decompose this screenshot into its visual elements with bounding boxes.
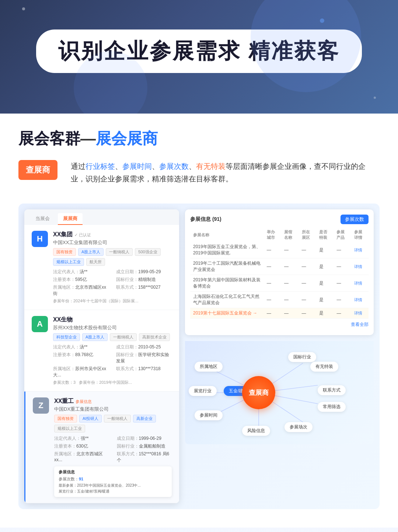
tag-state-owned: 国有独资: [53, 248, 76, 256]
field-ind-3: 国标行业：金属船舶制造: [117, 443, 172, 449]
row1-special: 是: [316, 242, 334, 258]
row3-city: —: [264, 275, 281, 292]
row3-hall: —: [281, 275, 298, 292]
participation-info-box: 参展信息 参展次数：91 最新参展：2023年中国国际五金展览会、2023中..…: [54, 466, 172, 497]
col-detail: 参展详情: [351, 228, 369, 242]
diagram-area: 查展商 所属地区 展览行业 五金/建材/泵阀/暖通 参展时间 国标行业 有无特装…: [185, 341, 374, 444]
node-national-ind: 国标行业: [288, 352, 316, 362]
row2-detail-link[interactable]: 详情: [354, 264, 362, 269]
table-row-3: 2019年第六届中国国际装材料及装备博览会 — — — 是 — 详情: [190, 275, 369, 292]
field-area-3: 所属地区：北京市西城区xx...: [54, 451, 109, 463]
section1-desc-row: 查展商 通过行业标签、参展时间、参展次数、有无特装等层面清晰参展企业画像，查不同…: [18, 160, 380, 196]
table-more-row: 查看全部: [190, 319, 369, 330]
tag-a-stock: A股上市人: [78, 248, 104, 256]
tag-500: 500强企业: [135, 248, 160, 256]
company-tags-1: 国有独资 A股上市人 一般纳税人 500强企业 规模以上工业 航天所: [53, 248, 172, 266]
participation-table-panel: 参展信息 (91) 参展次数 参展名称 举办城市 展馆名称 所在展区 是否特装 …: [185, 209, 374, 335]
row1-name: 2019年国际五金工业展览会，第、2019中国国际展览.: [190, 242, 264, 258]
row3-product: —: [334, 275, 351, 292]
company-sub-2: 苏州XX生物技术股份有限公司: [53, 324, 172, 331]
field-contact-3: 联系方式：152***0816 局6个: [117, 451, 172, 463]
field-cap-2: 注册资本：89.768亿: [53, 352, 109, 364]
row3-detail-link[interactable]: 详情: [354, 281, 362, 285]
row5-special: 是: [316, 308, 334, 319]
section1-header: 展会客群 — 展会展商: [18, 128, 380, 149]
highlight-time: 参展时间: [122, 162, 152, 170]
col-product: 参展产品: [334, 228, 351, 242]
tag-tech: 科技型企业: [53, 333, 80, 341]
row5-detail-link[interactable]: 详情: [354, 311, 362, 315]
row2-product: —: [334, 258, 351, 275]
tag3-high: 高新企业: [133, 415, 156, 423]
field-rep-2: 法定代表人：汤**: [53, 344, 109, 350]
node-special-flag: 有无特装: [310, 362, 338, 372]
company-sub-3: 中国DX重工集团有限公司: [54, 406, 172, 413]
avatar-h1: H: [32, 231, 48, 247]
table-row-4: 上海国际石油化工化工化工气天然气产品展览会 — — — 是 — 详情: [190, 292, 369, 308]
participation-info-title: 参展信息: [59, 469, 167, 475]
row3-name: 2019年第六届中国国际装材料及装备博览会: [190, 275, 264, 292]
company-badge-3: 参展信息: [76, 399, 92, 404]
center-query-node[interactable]: 查展商: [242, 376, 275, 409]
query-exhibitor-btn[interactable]: 查展商: [18, 160, 57, 180]
row2-special: 是: [316, 258, 334, 275]
col-hall: 展馆名称: [281, 228, 298, 242]
company-tags-3: 国有独资 AI投研人 一般纳税人 高新企业 规模以上工业: [54, 415, 172, 432]
row4-name: 上海国际石油化工化工化工气天然气产品展览会: [190, 292, 264, 308]
tag-scale: 规模以上工业: [53, 258, 84, 266]
row2-city: —: [264, 258, 281, 275]
row1-zone: —: [299, 242, 316, 258]
company-badge-1: ✓ 已认证: [74, 233, 91, 237]
tag3-ai: AI投研人: [79, 415, 102, 423]
row1-detail-link[interactable]: 详情: [354, 248, 362, 252]
company-fields-3: 法定代表人：强** 成立日期：1999-06-29 注册资本：630亿 国标行业…: [54, 435, 172, 463]
col-special: 是否特装: [316, 228, 334, 242]
company-list-panel: 当展会 展展商 H XX集团 ✓ 已认证 中国XX工业集团有限公司 国有独资 A…: [24, 209, 179, 503]
field-contact-2: 联系方式：130***7318: [116, 366, 172, 378]
node-filter: 常用筛选: [318, 402, 346, 412]
node-time: 参展时间: [195, 410, 223, 420]
company-name-2: XX生物: [53, 316, 172, 324]
participation-table: 参展名称 举办城市 展馆名称 所在展区 是否特装 参展产品 参展详情: [190, 228, 369, 319]
count-badge: 参展次数: [341, 215, 369, 224]
row2-zone: —: [299, 258, 316, 275]
row4-special: 是: [316, 292, 334, 308]
col-name: 参展名称: [190, 228, 264, 242]
row4-detail-link[interactable]: 详情: [354, 298, 362, 302]
field-ind-label-1: 国标行业：精细制造: [116, 277, 172, 283]
tab-exhibition[interactable]: 当展会: [30, 213, 55, 225]
company-item-3: Z XX重工 参展信息 中国DX重工集团有限公司 国有独资 AI投研人 一般纳税…: [24, 392, 179, 503]
company-sub-1: 中国XX工业集团有限公司: [53, 239, 172, 246]
tabs-row: 当展会 展展商: [24, 209, 179, 225]
node-contact: 联系方式: [318, 385, 346, 395]
node-exhibit-ind: 展览行业: [189, 386, 217, 396]
row4-city: —: [264, 292, 281, 308]
field-area-2: 所属地区：苏州市吴中区xx大...: [53, 366, 109, 378]
avatar-a: A: [32, 316, 48, 332]
tag3-ind: 规模以上工业: [54, 425, 85, 432]
row4-zone: —: [299, 292, 316, 308]
tab-exhibitor[interactable]: 展展商: [58, 213, 83, 225]
row2-hall: —: [281, 258, 298, 275]
highlight-count: 参展次数: [159, 162, 189, 170]
table-row-2: 2019年二十工国际汽配装备机械电产业展览会 — — — 是 — 详情: [190, 258, 369, 275]
company-fields-1: 法定代表人：汤** 成立日期：1999-05-29 注册资本：595亿 国标行业…: [53, 269, 172, 297]
company-name-3: XX重工 参展信息: [54, 397, 172, 405]
participation-recent-row: 最新参展：2023年中国国际五金展览会、2023中...: [59, 483, 167, 488]
deco-dot-2: [320, 18, 324, 23]
company-info-1: XX集团 ✓ 已认证 中国XX工业集团有限公司 国有独资 A股上市人 一般纳税人…: [53, 231, 172, 304]
section1: 展会客群 — 展会展商 查展商 通过行业标签、参展时间、参展次数、有无特装等层面…: [0, 114, 398, 528]
highlight-industry-tag: 行业标签: [85, 162, 115, 170]
row1-city: —: [264, 242, 281, 258]
field-rep-label-1: 法定代表人：汤**: [53, 269, 109, 275]
company-info-3: XX重工 参展信息 中国DX重工集团有限公司 国有独资 AI投研人 一般纳税人 …: [54, 397, 172, 497]
company-item-1: H XX集团 ✓ 已认证 中国XX工业集团有限公司 国有独资 A股上市人 一般纳…: [24, 225, 179, 310]
field-date-2: 成立日期：2010-05-25: [116, 344, 172, 350]
row5-hall: —: [281, 308, 298, 319]
right-area: 参展信息 (91) 参展次数 参展名称 举办城市 展馆名称 所在展区 是否特装 …: [185, 209, 374, 444]
participation-industry-row: 展览行业：五金/建材/泵阀/暖通: [59, 489, 167, 494]
row1-hall: —: [281, 242, 298, 258]
table-row-1: 2019年国际五金工业展览会，第、2019中国国际展览. — — — 是 — 详…: [190, 242, 369, 258]
load-more-link[interactable]: 查看全部: [351, 322, 369, 327]
participation-count-row: 参展次数：91: [59, 476, 167, 482]
